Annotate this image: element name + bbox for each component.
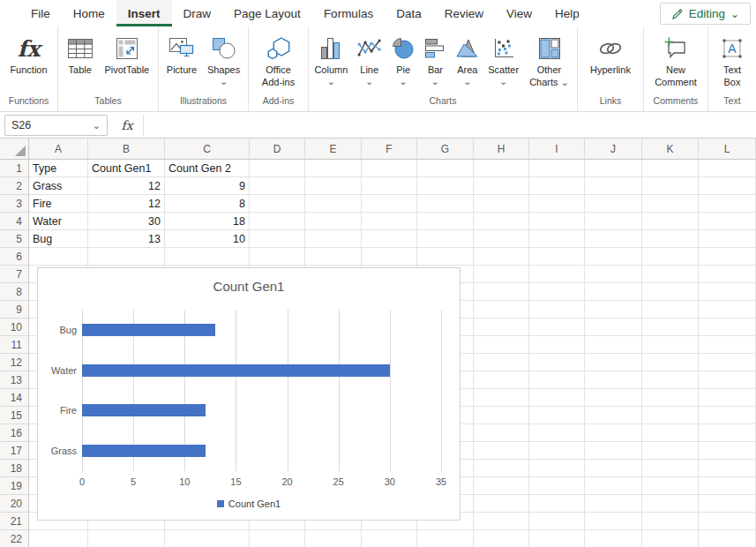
name-box[interactable]: S26 ⌄ xyxy=(4,115,108,136)
cell-L22[interactable] xyxy=(699,530,756,547)
cell-D3[interactable] xyxy=(250,195,305,213)
cell-K20[interactable] xyxy=(642,495,699,513)
cell-K15[interactable] xyxy=(642,407,699,424)
cell-I19[interactable] xyxy=(529,477,585,495)
cell-I21[interactable] xyxy=(529,513,585,530)
bar-chart-button[interactable]: Bar ⌄ xyxy=(421,33,449,85)
cell-A5[interactable]: Bug xyxy=(29,230,88,248)
tab-view[interactable]: View xyxy=(495,0,543,26)
cell-J4[interactable] xyxy=(585,213,642,230)
cell-I22[interactable] xyxy=(529,530,585,547)
chevron-down-icon[interactable]: ⌄ xyxy=(93,122,101,129)
cell-F5[interactable] xyxy=(362,230,417,248)
row-header-1[interactable]: 1 xyxy=(0,160,29,177)
cell-K3[interactable] xyxy=(642,195,699,213)
cell-I6[interactable] xyxy=(529,248,585,266)
row-header-5[interactable]: 5 xyxy=(0,230,29,248)
cell-L17[interactable] xyxy=(699,442,756,460)
cell-E4[interactable] xyxy=(305,213,362,230)
cell-G6[interactable] xyxy=(417,248,474,266)
cell-L18[interactable] xyxy=(699,460,756,477)
cell-L16[interactable] xyxy=(699,424,756,442)
cell-J7[interactable] xyxy=(585,266,642,283)
cell-H14[interactable] xyxy=(474,389,529,407)
column-header-F[interactable]: F xyxy=(362,139,417,160)
cell-H2[interactable] xyxy=(474,177,529,195)
cell-L12[interactable] xyxy=(699,354,756,371)
cell-F3[interactable] xyxy=(362,195,417,213)
cell-C3[interactable]: 8 xyxy=(165,195,250,213)
cell-J15[interactable] xyxy=(585,407,642,424)
row-header-7[interactable]: 7 xyxy=(0,266,29,283)
row-header-20[interactable]: 20 xyxy=(0,495,29,513)
tab-page-layout[interactable]: Page Layout xyxy=(222,0,312,26)
cell-I14[interactable] xyxy=(529,389,585,407)
cell-L2[interactable] xyxy=(699,177,756,195)
cell-L6[interactable] xyxy=(699,248,756,266)
cell-C4[interactable]: 18 xyxy=(165,213,250,230)
cell-E2[interactable] xyxy=(305,177,362,195)
cell-H12[interactable] xyxy=(474,354,529,371)
cell-H16[interactable] xyxy=(474,424,529,442)
cell-L20[interactable] xyxy=(699,495,756,513)
cell-C6[interactable] xyxy=(165,248,250,266)
column-header-D[interactable]: D xyxy=(250,139,305,160)
line-chart-button[interactable]: Line ⌄ xyxy=(354,33,385,85)
cell-B3[interactable]: 12 xyxy=(88,195,165,213)
shapes-button[interactable]: Shapes ⌄ xyxy=(205,33,243,85)
cell-I16[interactable] xyxy=(529,424,585,442)
cell-I8[interactable] xyxy=(529,283,585,301)
insert-function-fx-button[interactable]: fx xyxy=(111,115,143,136)
column-header-G[interactable]: G xyxy=(417,139,474,160)
cell-K22[interactable] xyxy=(642,530,699,547)
chevron-down-icon[interactable]: ⌄ xyxy=(561,77,569,87)
cell-K17[interactable] xyxy=(642,442,699,460)
cell-J21[interactable] xyxy=(585,513,642,530)
cell-I12[interactable] xyxy=(529,354,585,371)
cell-L4[interactable] xyxy=(699,213,756,230)
cell-B2[interactable]: 12 xyxy=(88,177,165,195)
cell-J16[interactable] xyxy=(585,424,642,442)
row-header-14[interactable]: 14 xyxy=(0,389,29,407)
cell-K1[interactable] xyxy=(642,160,699,177)
cell-J17[interactable] xyxy=(585,442,642,460)
cell-H15[interactable] xyxy=(474,407,529,424)
chevron-down-icon[interactable]: ⌄ xyxy=(365,79,373,85)
tab-draw[interactable]: Draw xyxy=(172,0,223,26)
hyperlink-button[interactable]: Hyperlink xyxy=(588,33,633,77)
chevron-down-icon[interactable]: ⌄ xyxy=(327,79,335,85)
cell-J11[interactable] xyxy=(585,336,642,354)
cell-J13[interactable] xyxy=(585,371,642,389)
cell-F6[interactable] xyxy=(362,248,417,266)
tab-data[interactable]: Data xyxy=(385,0,433,26)
cell-J5[interactable] xyxy=(585,230,642,248)
cell-H5[interactable] xyxy=(474,230,529,248)
cell-H4[interactable] xyxy=(474,213,529,230)
chevron-down-icon[interactable]: ⌄ xyxy=(431,79,439,85)
cell-D5[interactable] xyxy=(250,230,305,248)
cell-A22[interactable] xyxy=(29,530,88,547)
cell-L21[interactable] xyxy=(699,513,756,530)
row-header-6[interactable]: 6 xyxy=(0,248,29,266)
cell-L5[interactable] xyxy=(699,230,756,248)
cell-L7[interactable] xyxy=(699,266,756,283)
cell-G3[interactable] xyxy=(417,195,474,213)
cell-D1[interactable] xyxy=(250,160,305,177)
cell-D2[interactable] xyxy=(250,177,305,195)
select-all-corner[interactable] xyxy=(0,139,29,160)
cell-I4[interactable] xyxy=(529,213,585,230)
cell-J2[interactable] xyxy=(585,177,642,195)
chevron-down-icon[interactable]: ⌄ xyxy=(399,79,407,85)
row-header-12[interactable]: 12 xyxy=(0,354,29,371)
cell-I9[interactable] xyxy=(529,301,585,318)
cell-J8[interactable] xyxy=(585,283,642,301)
cell-K16[interactable] xyxy=(642,424,699,442)
column-header-A[interactable]: A xyxy=(29,139,88,160)
cell-J20[interactable] xyxy=(585,495,642,513)
cell-H22[interactable] xyxy=(474,530,529,547)
cell-G5[interactable] xyxy=(417,230,474,248)
column-header-I[interactable]: I xyxy=(529,139,585,160)
cell-K13[interactable] xyxy=(642,371,699,389)
cell-F1[interactable] xyxy=(362,160,417,177)
cell-H11[interactable] xyxy=(474,336,529,354)
